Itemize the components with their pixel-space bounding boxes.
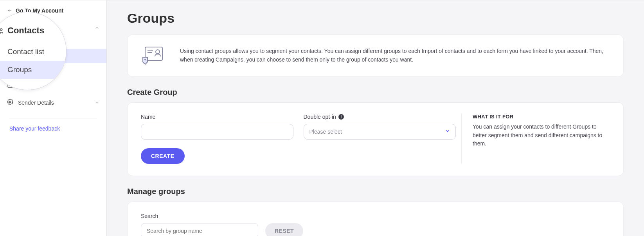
create-button-label: CREATE (151, 153, 174, 159)
optin-label: Double opt-in i (304, 114, 456, 120)
nav-analytics-label: Analytics (18, 83, 40, 89)
nav-analytics[interactable]: Analytics (0, 77, 106, 94)
create-form: Name Double opt-in i Please select (141, 114, 456, 164)
nav-groups[interactable]: Groups (0, 49, 106, 63)
gear-icon (7, 99, 13, 106)
nav-plugin-fragment: lugin (47, 67, 59, 73)
nav-contact-list[interactable]: Contact list (0, 35, 106, 49)
nav-contacts-children: Contact list Groups lugin (0, 35, 106, 77)
create-aside: WHAT IS IT FOR You can assign your conta… (461, 114, 610, 164)
reset-button-label: RESET (275, 228, 294, 234)
go-to-account-link[interactable]: Go To My Account (0, 4, 106, 19)
create-group-card: Name Double opt-in i Please select (127, 102, 624, 176)
name-field-group: Name (141, 114, 293, 140)
reset-button[interactable]: RESET (265, 223, 303, 236)
nav-contacts-section: Contacts Contact list Groups lugin (0, 21, 106, 77)
groups-illustration-icon (141, 45, 166, 66)
chevron-up-icon (95, 25, 99, 30)
optin-label-text: Double opt-in (304, 114, 336, 120)
search-input[interactable] (141, 223, 258, 236)
nav-contacts-label: Contacts (18, 25, 40, 31)
nav-sender-label: Sender Details (18, 100, 54, 106)
group-name-input[interactable] (141, 124, 293, 140)
nav-contacts[interactable]: Contacts (0, 21, 106, 35)
arrow-left-icon (7, 8, 13, 13)
search-label: Search (141, 213, 258, 219)
svg-point-1 (8, 26, 10, 28)
info-icon[interactable]: i (338, 114, 344, 120)
contacts-icon (7, 25, 13, 31)
svg-point-12 (144, 59, 146, 60)
nav-sender-details[interactable]: Sender Details (0, 94, 106, 111)
svg-point-9 (156, 50, 160, 54)
optin-field-group: Double opt-in i Please select (304, 114, 456, 140)
info-description: Using contact groups allows you to segme… (180, 47, 610, 64)
create-button[interactable]: CREATE (141, 148, 185, 164)
manage-groups-card: Search RESET (127, 202, 624, 236)
optin-select[interactable]: Please select (304, 124, 456, 140)
main-content: Groups Using contact groups allows you t… (107, 0, 644, 236)
page-title: Groups (127, 11, 624, 26)
aside-description: You can assign your contacts to differen… (473, 123, 610, 148)
sidebar-divider (9, 118, 97, 118)
sidebar: Go To My Account Contacts Contact list (0, 0, 107, 236)
svg-point-7 (9, 101, 11, 103)
nav-groups-label: Groups (18, 53, 36, 59)
chevron-down-icon (95, 100, 99, 105)
svg-point-2 (11, 26, 12, 28)
manage-groups-heading: Manage groups (127, 187, 624, 196)
aside-heading: WHAT IS IT FOR (473, 114, 610, 120)
go-to-account-label: Go To My Account (16, 7, 63, 14)
analytics-icon (7, 82, 13, 89)
name-label: Name (141, 114, 293, 120)
feedback-link[interactable]: Share your feedback (0, 125, 106, 132)
feedback-label: Share your feedback (9, 125, 60, 132)
nav-contact-list-label: Contact list (18, 39, 45, 45)
nav-plugin-partial[interactable]: lugin (0, 63, 106, 77)
search-field-group: Search (141, 213, 258, 236)
info-card: Using contact groups allows you to segme… (127, 34, 624, 77)
create-group-heading: Create Group (127, 88, 624, 97)
